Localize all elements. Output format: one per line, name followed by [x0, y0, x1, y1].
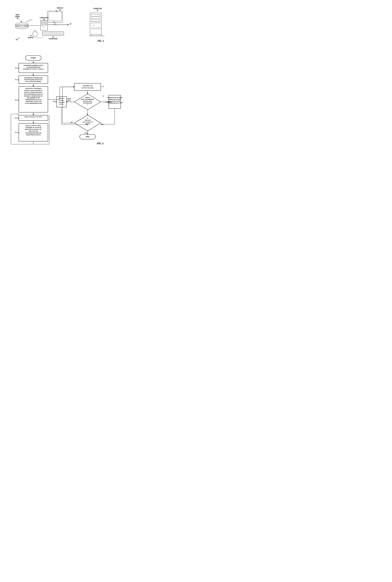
svg-marker-77 [33, 85, 34, 86]
svg-marker-60 [18, 38, 20, 39]
n44-line1: SINGLE [85, 97, 90, 98]
svg-rect-42 [91, 14, 100, 16]
svg-text:PEAK: PEAK [68, 100, 71, 101]
svg-text:OR DUAL PEAK: OR DUAL PEAK [83, 100, 92, 102]
svg-text:CLOCK REPRESENTATION: CLOCK REPRESENTATION [25, 103, 42, 104]
ref42: 42 [102, 86, 104, 87]
svg-text:14: 14 [59, 9, 61, 11]
ref38: 38 [15, 117, 16, 119]
fig2-svg: START DETERMINE NUMBER OF BITS TO BE REP… [4, 50, 123, 186]
no-label: NO [71, 122, 73, 123]
svg-text:LEVEL: LEVEL [59, 103, 64, 105]
svg-point-15 [53, 22, 54, 22]
n32-line1: DETERMINE NUMBER OF BITS [24, 65, 43, 66]
svg-text:REPRESENTED PLUS AN: REPRESENTED PLUS AN [25, 99, 42, 100]
svg-text:THE NUMBER OF BIT: THE NUMBER OF BIT [27, 97, 40, 99]
single-peak-label: SINGLE [67, 98, 72, 99]
svg-text:TRANSMISSION METHOD: TRANSMISSION METHOD [25, 132, 42, 134]
ref46: 46 [53, 100, 54, 102]
n36-line1: ASSOCIATE A DIFFERENT [25, 88, 42, 89]
ref22-label: 22 [70, 23, 71, 25]
svg-text:OF BITS: OF BITS [85, 123, 90, 125]
svg-line-6 [30, 20, 32, 20]
svg-marker-95 [33, 122, 34, 123]
svg-text:PEAK ENCODING) FOR EACH: PEAK ENCODING) FOR EACH [24, 94, 43, 95]
svg-marker-68 [18, 68, 19, 69]
svg-marker-90 [33, 114, 34, 115]
svg-text:KEYBOARD: KEYBOARD [49, 38, 58, 40]
computer24-label: COMPUTER [93, 8, 102, 9]
ref34: 34 [15, 79, 16, 80]
svg-text:?: ? [87, 125, 88, 127]
svg-text:ASSOCIATED WITH "00": ASSOCIATED WITH "00" [108, 102, 122, 104]
n50-line1: IS [87, 118, 88, 119]
ref48: 48 [121, 102, 122, 103]
svg-text:OUTPUT VOLTAGE: OUTPUT VOLTAGE [82, 87, 94, 89]
svg-marker-39 [68, 24, 69, 25]
svg-text:PEAK TRANSMISSION: PEAK TRANSMISSION [81, 99, 94, 100]
svg-marker-130 [56, 101, 56, 102]
svg-marker-88 [18, 100, 19, 101]
svg-text:VOLTAGE: VOLTAGE [58, 102, 64, 103]
svg-text:BITS FOR THE: BITS FOR THE [29, 131, 38, 132]
svg-rect-18 [42, 22, 46, 23]
fig1-title: FIG. 1 [98, 40, 104, 42]
start-label: START [31, 57, 36, 59]
mouse-label: 18 [30, 35, 32, 37]
svg-text:POSSIBLE COMBINATION OF: POSSIBLE COMBINATION OF [24, 95, 43, 97]
svg-text:MOUSE: MOUSE [28, 37, 34, 39]
svg-marker-155 [87, 133, 88, 134]
svg-marker-103 [18, 132, 19, 133]
svg-text:LAST PLURALITY: LAST PLURALITY [82, 121, 93, 123]
fig2-title: FIG. 2 [97, 142, 104, 145]
svg-point-16 [54, 22, 54, 22]
n38-label: INPUT PLURALITY OF BITS [25, 116, 42, 118]
svg-text:METHOD (SINGLE PEAK OR: METHOD (SINGLE PEAK OR [24, 79, 42, 80]
svg-marker-142 [101, 124, 102, 125]
svg-text:TRANSMISSION: TRANSMISSION [83, 102, 92, 104]
svg-marker-145 [74, 115, 101, 131]
svg-rect-41 [90, 13, 101, 35]
svg-rect-44 [91, 19, 100, 21]
svg-point-46 [93, 25, 94, 26]
svg-text:12: 12 [43, 19, 45, 20]
end-label: END [86, 136, 89, 138]
svg-rect-47 [91, 28, 100, 29]
svg-text:OUTPUT LEVELS FOR DUAL: OUTPUT LEVELS FOR DUAL [24, 92, 42, 93]
svg-text:24: 24 [97, 9, 98, 11]
ref40: 40 [15, 132, 16, 133]
svg-text:ADDITIONAL LEVEL FOR: ADDITIONAL LEVEL FOR [25, 101, 41, 102]
svg-rect-91 [19, 115, 48, 120]
fig1-svg: DISK DRIVE 20 [3, 3, 125, 45]
svg-rect-112 [74, 83, 101, 91]
ref36: 36 [15, 99, 16, 101]
svg-marker-111 [18, 114, 19, 114]
svg-line-5 [26, 20, 31, 22]
svg-rect-19 [42, 23, 46, 24]
svg-marker-124 [66, 101, 68, 102]
svg-text:20: 20 [17, 18, 18, 19]
svg-text:DRIVE: DRIVE [15, 16, 20, 18]
svg-text:THIS THE: THIS THE [85, 120, 90, 121]
svg-text:DUAL PEAK ENCODING): DUAL PEAK ENCODING) [26, 81, 41, 82]
svg-text:(NUMBER OF OUTPUT LEVELS): (NUMBER OF OUTPUT LEVELS) [23, 68, 44, 70]
svg-marker-93 [18, 118, 19, 119]
ref50: 50 [102, 124, 104, 125]
fig2-diagram: START DETERMINE NUMBER OF BITS TO BE REP… [0, 48, 128, 187]
svg-line-48 [90, 35, 91, 36]
svg-marker-10 [21, 21, 22, 22]
svg-text:CLOCK: CLOCK [59, 100, 64, 101]
n48-line1: ALTERNATE PULSE MODE [107, 97, 122, 98]
svg-text:INPUTTED PLURALITY OF: INPUTTED PLURALITY OF [25, 129, 42, 130]
svg-text:ASSIGNED TO VALUE OF: ASSIGNED TO VALUE OF [25, 127, 42, 128]
ref32: 32 [15, 67, 16, 69]
display14-label: DISPLAY [57, 7, 63, 9]
svg-text:(RISING OR FALLING): (RISING OR FALLING) [108, 99, 121, 100]
svg-marker-144 [87, 114, 88, 115]
ref44: 44 [102, 95, 104, 97]
svg-line-49 [101, 35, 102, 36]
svg-rect-43 [91, 17, 100, 19]
svg-marker-75 [18, 79, 19, 80]
svg-rect-20 [42, 25, 46, 25]
svg-rect-45 [91, 22, 100, 23]
